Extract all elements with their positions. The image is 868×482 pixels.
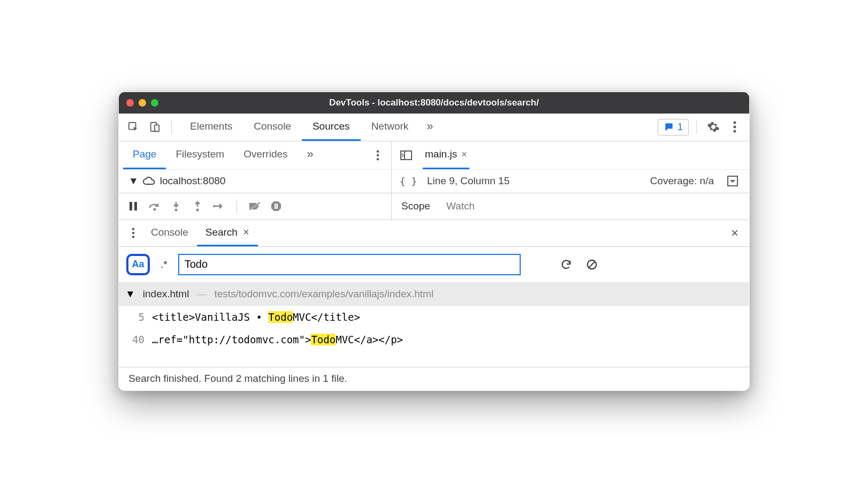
step-over-icon[interactable] — [147, 198, 163, 214]
drawer-tabs: Console Search × × — [119, 220, 749, 247]
tab-elements[interactable]: Elements — [179, 114, 243, 141]
divider — [237, 199, 237, 213]
drawer-tab-search[interactable]: Search × — [197, 220, 258, 246]
device-toolbar-icon[interactable] — [146, 118, 164, 136]
main-toolbar: Elements Console Sources Network » 1 — [119, 114, 749, 141]
feedback-count: 1 — [677, 122, 683, 133]
pause-icon[interactable] — [125, 198, 141, 214]
debug-sidebar-tabs: Scope Watch — [392, 193, 749, 220]
svg-rect-13 — [134, 202, 137, 210]
close-window-button[interactable] — [126, 99, 134, 107]
result-filename: index.html — [143, 288, 189, 300]
svg-rect-2 — [155, 125, 159, 131]
clear-search-icon[interactable] — [583, 255, 601, 274]
match-highlight: Todo — [311, 334, 336, 345]
svg-point-22 — [132, 228, 135, 230]
svg-point-24 — [132, 236, 135, 238]
navigator-tabs: Page Filesystem Overrides » — [119, 141, 391, 169]
drawer-tab-console[interactable]: Console — [142, 220, 197, 246]
coverage-label: Coverage: n/a — [650, 175, 714, 187]
titlebar: DevTools - localhost:8080/docs/devtools/… — [119, 92, 749, 114]
match-highlight: Todo — [268, 311, 293, 323]
result-text: <title>VanillaJS • TodoMVC</title> — [152, 311, 360, 323]
search-toolbar: Aa .* — [119, 247, 749, 282]
svg-point-23 — [132, 232, 135, 235]
divider — [696, 120, 697, 134]
result-dash: — — [196, 288, 207, 300]
svg-point-4 — [734, 126, 736, 129]
editor-pane: main.js × { } Line 9, Column 15 Coverage… — [392, 141, 749, 193]
result-file-header[interactable]: ▼ index.html — tests/todomvc.com/example… — [119, 282, 749, 306]
line-number: 40 — [128, 334, 144, 345]
close-drawer-tab-icon[interactable]: × — [243, 226, 249, 238]
tab-scope[interactable]: Scope — [401, 200, 430, 212]
svg-rect-20 — [275, 204, 276, 209]
main-tabs: Elements Console Sources Network » — [179, 114, 441, 141]
step-icon[interactable] — [211, 198, 227, 214]
close-tab-icon[interactable]: × — [461, 149, 467, 160]
search-input[interactable] — [178, 254, 521, 275]
coverage-dropdown-icon[interactable] — [724, 172, 742, 190]
svg-point-3 — [734, 122, 736, 124]
tree-host-row[interactable]: ▼ localhost:8080 — [119, 169, 391, 193]
result-filepath: tests/todomvc.com/examples/vanillajs/ind… — [214, 288, 433, 300]
minimize-window-button[interactable] — [139, 99, 146, 107]
drawer-tab-label: Search — [205, 227, 238, 238]
tab-overflow-icon[interactable]: » — [419, 114, 440, 141]
tree-host-label: localhost:8080 — [160, 175, 226, 187]
editor-status: { } Line 9, Column 15 Coverage: n/a — [392, 169, 749, 193]
svg-point-15 — [175, 209, 178, 212]
pause-on-exceptions-icon[interactable] — [268, 198, 284, 214]
svg-point-14 — [154, 208, 156, 211]
drawer-more-icon[interactable] — [124, 224, 142, 242]
debugger-controls — [119, 193, 392, 220]
search-status: Search finished. Found 2 matching lines … — [119, 367, 749, 390]
nav-tab-overrides[interactable]: Overrides — [234, 141, 297, 169]
deactivate-breakpoints-icon[interactable] — [247, 198, 263, 214]
file-tabs: main.js × — [392, 141, 749, 169]
svg-point-16 — [196, 209, 199, 212]
nav-tab-filesystem[interactable]: Filesystem — [166, 141, 234, 169]
step-out-icon[interactable] — [189, 198, 205, 214]
match-case-button[interactable]: Aa — [126, 254, 150, 275]
close-drawer-icon[interactable]: × — [726, 224, 744, 242]
refresh-search-icon[interactable] — [557, 255, 575, 274]
feedback-button[interactable]: 1 — [658, 119, 689, 135]
svg-line-26 — [589, 261, 595, 267]
cloud-icon — [142, 176, 156, 186]
sources-panels: Page Filesystem Overrides » ▼ localhost:… — [119, 141, 749, 193]
devtools-window: DevTools - localhost:8080/docs/devtools/… — [118, 92, 750, 391]
svg-point-6 — [377, 150, 379, 153]
inspect-element-icon[interactable] — [124, 118, 142, 136]
settings-icon[interactable] — [704, 118, 722, 136]
svg-rect-12 — [130, 202, 132, 210]
step-into-icon[interactable] — [168, 198, 184, 214]
more-menu-icon[interactable] — [726, 118, 744, 136]
svg-rect-21 — [277, 204, 278, 209]
tab-watch[interactable]: Watch — [446, 200, 475, 212]
svg-point-17 — [213, 205, 215, 207]
result-line[interactable]: 40 …ref="http://todomvc.com">TodoMVC</a>… — [119, 328, 749, 351]
navigator-pane: Page Filesystem Overrides » ▼ localhost:… — [119, 141, 392, 193]
file-tab-main-js[interactable]: main.js × — [423, 141, 469, 169]
navigator-more-icon[interactable] — [369, 146, 387, 164]
svg-point-5 — [734, 130, 736, 133]
debugger-toolbar: Scope Watch — [119, 193, 749, 220]
line-number: 5 — [128, 311, 144, 323]
window-title: DevTools - localhost:8080/docs/devtools/… — [119, 97, 749, 108]
file-tab-label: main.js — [425, 148, 457, 160]
result-line[interactable]: 5 <title>VanillaJS • TodoMVC</title> — [119, 306, 749, 328]
toggle-navigator-icon[interactable] — [397, 146, 415, 164]
traffic-lights — [126, 99, 158, 107]
result-text: …ref="http://todomvc.com">TodoMVC</a></p… — [152, 334, 403, 345]
pretty-print-icon[interactable]: { } — [399, 172, 417, 190]
nav-tab-overflow-icon[interactable]: » — [298, 141, 323, 169]
cursor-position: Line 9, Column 15 — [427, 175, 509, 187]
tab-console[interactable]: Console — [243, 114, 302, 141]
maximize-window-button[interactable] — [151, 99, 158, 107]
tab-sources[interactable]: Sources — [302, 114, 361, 141]
regex-button[interactable]: .* — [157, 259, 171, 270]
tab-network[interactable]: Network — [361, 114, 420, 141]
svg-rect-9 — [401, 151, 412, 160]
nav-tab-page[interactable]: Page — [123, 141, 166, 169]
